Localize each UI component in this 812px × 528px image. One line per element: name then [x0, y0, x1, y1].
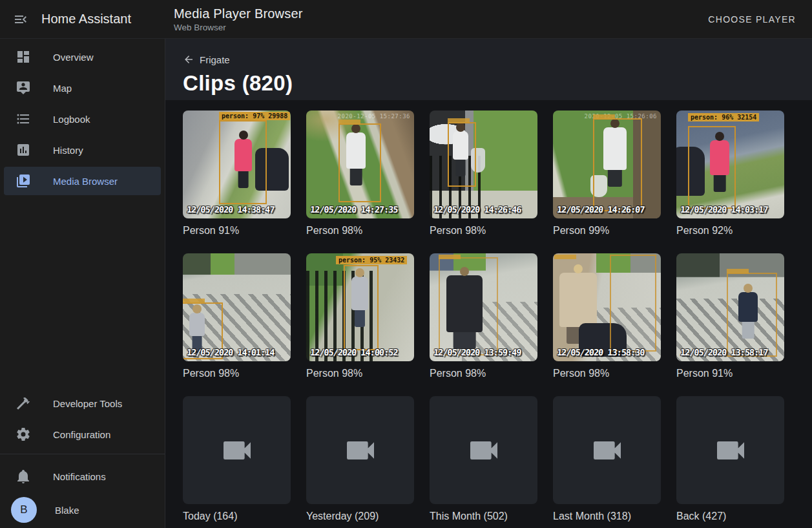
folder-thumbnail	[183, 396, 291, 504]
avatar: B	[11, 497, 37, 523]
folder-caption: Last Month (318)	[553, 511, 661, 522]
clip-card[interactable]: 12/05/2020 13:58:30 Person 98%	[553, 253, 661, 379]
bell-icon	[16, 469, 31, 484]
detection-label: person: 95% 23432	[336, 256, 407, 264]
clip-thumbnail: 12/05/2020 13:59:49	[430, 253, 537, 361]
folder-caption: Today (164)	[183, 511, 291, 522]
folder-caption: Yesterday (209)	[306, 511, 414, 522]
clip-thumbnail: person: 97% 29988 12/05/2020 14:38:47	[183, 111, 291, 218]
choose-player-button[interactable]: CHOOSE PLAYER	[703, 9, 801, 30]
clip-caption: Person 99%	[553, 225, 661, 237]
folder-card-this-month[interactable]: This Month (502)	[430, 396, 537, 522]
clip-card[interactable]: 12/05/2020 14:01:14 Person 98%	[183, 253, 291, 379]
home-assistant-app: Home Assistant Media Player Browser Web …	[0, 0, 812, 528]
clip-caption: Person 98%	[183, 368, 291, 379]
clip-caption: Person 91%	[183, 225, 291, 237]
clips-grid: person: 97% 29988 12/05/2020 14:38:47 Pe…	[165, 100, 812, 528]
arrow-left-icon	[183, 54, 194, 65]
clip-thumbnail: 12/05/2020 13:58:17	[676, 253, 784, 361]
menu-open-icon	[13, 12, 28, 27]
sidebar-divider	[0, 454, 165, 454]
folder-card-yesterday[interactable]: Yesterday (209)	[306, 396, 414, 522]
clip-card[interactable]: 2020-12-05 15:26:06 12/05/2020 14:26:07 …	[553, 111, 661, 237]
clip-card[interactable]: 12/05/2020 14:26:46 Person 98%	[430, 111, 537, 237]
clip-thumbnail: 12/05/2020 14:26:46	[430, 111, 537, 218]
video-camera-icon	[219, 432, 255, 469]
dialog-header: Media Player Browser Web Browser	[174, 6, 303, 32]
clip-caption: Person 98%	[430, 368, 537, 379]
clip-timestamp: 12/05/2020 14:38:47	[186, 204, 275, 215]
video-camera-icon	[342, 432, 379, 469]
clip-caption: Person 98%	[306, 368, 414, 379]
sidebar-item-media-browser[interactable]: Media Browser	[4, 167, 161, 195]
clip-caption: Person 91%	[676, 368, 784, 379]
dashboard-icon	[16, 49, 31, 65]
folder-card-back[interactable]: Back (427)	[676, 396, 784, 522]
breadcrumb-label: Frigate	[200, 54, 230, 65]
detection-box	[688, 126, 736, 209]
sidebar-item-label: Map	[53, 83, 72, 94]
folder-card-last-month[interactable]: Last Month (318)	[553, 396, 661, 522]
sidebar-item-overview[interactable]: Overview	[4, 43, 161, 71]
sidebar-item-label: Media Browser	[53, 176, 118, 187]
app-header: Home Assistant Media Player Browser Web …	[0, 0, 812, 39]
camera-osd-text: 2020-12-05 15:27:36	[338, 113, 410, 120]
clip-thumbnail: 2020-12-05 15:27:36 12/05/2020 14:27:35	[306, 111, 414, 218]
clip-timestamp: 12/05/2020 13:58:30	[556, 347, 645, 357]
sidebar-item-user[interactable]: B Blake	[4, 493, 161, 527]
sidebar-item-map[interactable]: Map	[4, 74, 161, 102]
sidebar-item-configuration[interactable]: Configuration	[4, 420, 161, 449]
clip-timestamp: 12/05/2020 13:58:17	[680, 347, 768, 357]
folder-thumbnail	[553, 396, 661, 504]
clip-timestamp: 12/05/2020 14:01:14	[186, 347, 275, 357]
dialog-subtitle: Web Browser	[174, 23, 303, 32]
clip-card[interactable]: person: 96% 32154 12/05/2020 14:03:17 Pe…	[676, 111, 784, 237]
sidebar-spacer	[0, 196, 165, 388]
clip-card[interactable]: 12/05/2020 13:59:49 Person 98%	[430, 253, 537, 379]
sidebar-item-label: Configuration	[53, 429, 110, 440]
history-chart-icon	[16, 142, 31, 158]
gear-icon	[16, 427, 31, 442]
detection-box	[439, 257, 498, 355]
clip-card[interactable]: person: 97% 29988 12/05/2020 14:38:47 Pe…	[183, 111, 291, 237]
media-play-box-icon	[16, 173, 31, 189]
clip-thumbnail: 12/05/2020 14:01:14	[183, 253, 291, 361]
clip-thumbnail: person: 96% 32154 12/05/2020 14:03:17	[676, 111, 784, 218]
sidebar-item-label: Overview	[53, 52, 94, 63]
breadcrumb-back-frigate[interactable]: Frigate	[183, 54, 230, 65]
video-camera-icon	[589, 432, 625, 469]
folder-card-today[interactable]: Today (164)	[183, 396, 291, 522]
clip-timestamp: 12/05/2020 13:59:49	[433, 347, 521, 357]
clip-caption: Person 92%	[676, 225, 784, 237]
hammer-icon	[16, 396, 31, 411]
detection-chip	[439, 255, 461, 259]
sidebar-item-label: Logbook	[53, 114, 90, 125]
menu-open-button[interactable]	[5, 4, 36, 35]
app-title: Home Assistant	[41, 12, 158, 26]
clip-card[interactable]: person: 95% 23432 12/05/2020 14:00:52 Pe…	[306, 253, 414, 379]
detection-chip	[338, 120, 360, 124]
sidebar-item-notifications[interactable]: Notifications	[4, 462, 161, 491]
folder-caption: This Month (502)	[430, 511, 537, 522]
sidebar-item-developer-tools[interactable]: Developer Tools	[4, 389, 161, 417]
clip-caption: Person 98%	[553, 368, 661, 379]
sidebar-item-logbook[interactable]: Logbook	[4, 105, 161, 133]
detection-box	[344, 265, 379, 350]
detection-box	[593, 118, 642, 211]
logbook-list-icon	[16, 111, 31, 127]
detection-label: person: 96% 32154	[688, 113, 759, 121]
sidebar-item-history[interactable]: History	[4, 136, 161, 164]
detection-chip	[183, 299, 205, 303]
detection-chip	[593, 114, 615, 119]
clip-caption: Person 98%	[306, 225, 414, 237]
clip-card[interactable]: 12/05/2020 13:58:17 Person 91%	[676, 253, 784, 379]
clip-timestamp: 12/05/2020 14:26:46	[433, 204, 521, 215]
clip-card[interactable]: 2020-12-05 15:27:36 12/05/2020 14:27:35 …	[306, 111, 414, 237]
user-name-label: Blake	[55, 505, 79, 516]
clip-timestamp: 12/05/2020 14:00:52	[309, 347, 398, 357]
clip-timestamp: 12/05/2020 14:27:35	[309, 204, 398, 215]
detection-chip	[448, 118, 470, 123]
dialog-title: Media Player Browser	[174, 6, 303, 21]
page-title: Clips (820)	[183, 71, 795, 96]
detection-chip	[727, 269, 749, 273]
